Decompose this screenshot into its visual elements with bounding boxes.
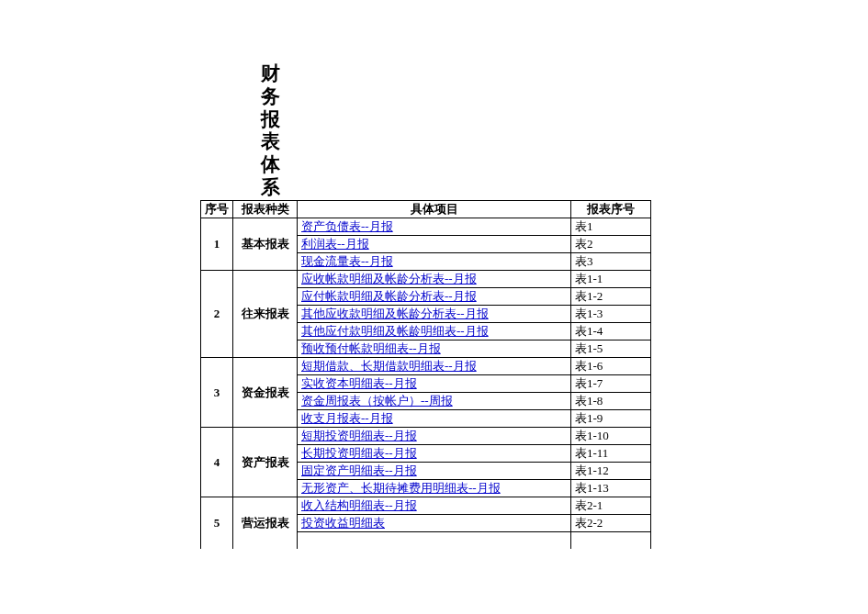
cell-num: 表1-3	[571, 306, 651, 323]
header-seq: 序号	[201, 201, 233, 218]
cell-num: 表1-11	[571, 445, 651, 463]
item-link[interactable]: 实收资本明细表--月报	[301, 376, 417, 390]
title-vertical: 财 务 报 表 体 系	[259, 62, 281, 199]
table-row: 3资金报表短期借款、长期借款明细表--月报表1-6	[201, 358, 651, 375]
cell-num: 表1-5	[571, 340, 651, 358]
title-char: 报	[261, 108, 280, 131]
cell-seq: 3	[201, 358, 233, 428]
cell-type: 往来报表	[233, 271, 298, 358]
item-link[interactable]: 资产负债表--月报	[301, 219, 393, 233]
cell-num: 表3	[571, 253, 651, 271]
cell-num: 表1-1	[571, 271, 651, 288]
cell-seq: 4	[201, 428, 233, 497]
item-link[interactable]: 其他应付款明细及帐龄明细表--月报	[301, 324, 489, 338]
cell-item: 利润表--月报	[298, 236, 571, 253]
item-link[interactable]: 利润表--月报	[301, 237, 369, 251]
header-type: 报表种类	[233, 201, 298, 218]
item-link[interactable]: 短期投资明细表--月报	[301, 429, 417, 442]
item-link[interactable]: 应收帐款明细及帐龄分析表--月报	[301, 272, 477, 285]
cell-num: 表1-6	[571, 358, 651, 375]
cell-item: 应收帐款明细及帐龄分析表--月报	[298, 271, 571, 288]
title-char: 财	[261, 62, 280, 85]
table-row: 5营运报表收入结构明细表--月报表2-1	[201, 497, 651, 515]
cell-item: 收入结构明细表--月报	[298, 497, 571, 515]
cell-item: 现金流量表--月报	[298, 253, 571, 271]
item-link[interactable]: 长期投资明细表--月报	[301, 446, 417, 460]
cell-item: 短期投资明细表--月报	[298, 428, 571, 445]
cell-type: 资产报表	[233, 428, 298, 497]
title-char: 务	[261, 85, 280, 108]
cell-item: 预收预付帐款明细表--月报	[298, 340, 571, 358]
cell-num: 表2-2	[571, 515, 651, 532]
header-num: 报表序号	[571, 201, 651, 218]
item-link[interactable]: 应付帐款明细及帐龄分析表--月报	[301, 289, 477, 303]
cell-item: 无形资产、长期待摊费用明细表--月报	[298, 480, 571, 497]
title-char: 系	[261, 176, 280, 199]
item-link[interactable]: 预收预付帐款明细表--月报	[301, 341, 441, 355]
cell-item: 资产负债表--月报	[298, 218, 571, 236]
item-link[interactable]: 其他应收款明细及帐龄分析表--月报	[301, 307, 489, 320]
cell-item	[298, 532, 571, 549]
cell-item: 长期投资明细表--月报	[298, 445, 571, 463]
cell-item: 其他应收款明细及帐龄分析表--月报	[298, 306, 571, 323]
cell-seq: 2	[201, 271, 233, 358]
cell-num: 表1-7	[571, 375, 651, 393]
item-link[interactable]: 短期借款、长期借款明细表--月报	[301, 359, 477, 373]
cell-item: 其他应付款明细及帐龄明细表--月报	[298, 323, 571, 340]
cell-num: 表1-9	[571, 410, 651, 428]
cell-type: 营运报表	[233, 497, 298, 549]
item-link[interactable]: 收入结构明细表--月报	[301, 498, 417, 512]
header-item: 具体项目	[298, 201, 571, 218]
cell-num: 表1-13	[571, 480, 651, 497]
cell-num	[571, 532, 651, 549]
table-row: 4资产报表短期投资明细表--月报表1-10	[201, 428, 651, 445]
cell-num: 表1	[571, 218, 651, 236]
title-char: 表	[261, 130, 280, 153]
item-link[interactable]: 无形资产、长期待摊费用明细表--月报	[301, 481, 501, 495]
cell-num: 表1-10	[571, 428, 651, 445]
cell-num: 表2-1	[571, 497, 651, 515]
item-link[interactable]: 资金周报表（按帐户）--周报	[301, 394, 453, 407]
item-link[interactable]: 投资收益明细表	[301, 516, 385, 530]
cell-item: 收支月报表--月报	[298, 410, 571, 428]
item-link[interactable]: 现金流量表--月报	[301, 254, 393, 268]
cell-type: 基本报表	[233, 218, 298, 271]
table-body: 1基本报表资产负债表--月报表1利润表--月报表2现金流量表--月报表32往来报…	[201, 218, 651, 549]
page: 财 务 报 表 体 系 序号 报表种类 具体项目 报表序号 1基本报表资产负债表…	[0, 0, 868, 614]
cell-item: 固定资产明细表--月报	[298, 463, 571, 480]
cell-seq: 5	[201, 497, 233, 549]
cell-num: 表1-4	[571, 323, 651, 340]
cell-item: 短期借款、长期借款明细表--月报	[298, 358, 571, 375]
cell-num: 表1-12	[571, 463, 651, 480]
cell-item: 应付帐款明细及帐龄分析表--月报	[298, 288, 571, 306]
table-header-row: 序号 报表种类 具体项目 报表序号	[201, 201, 651, 218]
cell-num: 表2	[571, 236, 651, 253]
cell-item: 实收资本明细表--月报	[298, 375, 571, 393]
item-link[interactable]: 固定资产明细表--月报	[301, 463, 417, 477]
title-char: 体	[261, 153, 280, 176]
table-row: 2往来报表应收帐款明细及帐龄分析表--月报表1-1	[201, 271, 651, 288]
table-row: 1基本报表资产负债表--月报表1	[201, 218, 651, 236]
cell-item: 投资收益明细表	[298, 515, 571, 532]
cell-item: 资金周报表（按帐户）--周报	[298, 393, 571, 410]
cell-num: 表1-8	[571, 393, 651, 410]
item-link[interactable]: 收支月报表--月报	[301, 411, 393, 425]
cell-seq: 1	[201, 218, 233, 271]
cell-num: 表1-2	[571, 288, 651, 306]
report-table: 序号 报表种类 具体项目 报表序号 1基本报表资产负债表--月报表1利润表--月…	[200, 200, 651, 549]
cell-type: 资金报表	[233, 358, 298, 428]
